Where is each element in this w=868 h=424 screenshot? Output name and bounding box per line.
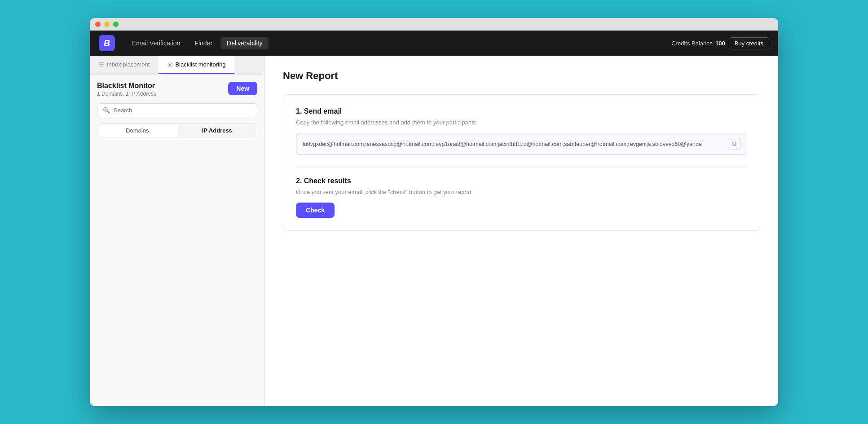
logo: B <box>99 35 115 51</box>
copy-icon: ⧉ <box>732 140 736 148</box>
app-window: B Email Verification Finder Deliverabili… <box>90 18 778 406</box>
tabs-row: Domains IP Address <box>97 124 257 137</box>
nav-email-verification[interactable]: Email Verification <box>126 37 186 49</box>
step2-title: 2. Check results <box>296 177 747 185</box>
subnav-blacklist-monitoring[interactable]: ◎ Blacklist monitoring <box>159 56 234 74</box>
new-button[interactable]: New <box>228 82 257 95</box>
search-icon: 🔍 <box>103 107 110 114</box>
subnav-blacklist-label: Blacklist monitoring <box>175 61 225 68</box>
report-card: 1. Send email Copy the following email a… <box>283 94 760 231</box>
divider <box>296 168 747 168</box>
email-addresses: lu0vgxdec@hotmail.com;janessasdcg@hotmai… <box>303 141 723 147</box>
tab-domains[interactable]: Domains <box>97 124 177 137</box>
nav-finder[interactable]: Finder <box>188 37 219 49</box>
navbar: B Email Verification Finder Deliverabili… <box>90 31 778 56</box>
sidebar-header-row: Blacklist Monitor 1 Domains, 1 IP Addres… <box>97 82 257 97</box>
check-button[interactable]: Check <box>296 203 335 218</box>
nav-deliverability[interactable]: Deliverability <box>220 37 269 49</box>
blacklist-icon: ◎ <box>167 61 172 68</box>
email-field-row: lu0vgxdec@hotmail.com;janessasdcg@hotmai… <box>296 133 747 155</box>
close-button[interactable] <box>95 22 101 27</box>
tab-ip-address[interactable]: IP Address <box>177 124 257 137</box>
logo-text: B <box>104 38 110 49</box>
sidebar-title-group: Blacklist Monitor 1 Domains, 1 IP Addres… <box>97 82 156 97</box>
credits-balance: Credits Balance 100 <box>671 40 725 47</box>
main-area: ☰ Inbox placement ◎ Blacklist monitoring… <box>90 56 778 406</box>
content-panel: New Report 1. Send email Copy the follow… <box>265 56 778 406</box>
subnav-inbox-label: Inbox placement <box>107 61 150 68</box>
inbox-icon: ☰ <box>99 61 104 68</box>
credits-count: 100 <box>715 40 725 47</box>
step1-title: 1. Send email <box>296 107 747 115</box>
sidebar: ☰ Inbox placement ◎ Blacklist monitoring… <box>90 56 265 406</box>
sidebar-title: Blacklist Monitor <box>97 82 156 90</box>
buy-credits-button[interactable]: Buy credits <box>729 37 769 49</box>
page-title: New Report <box>283 70 760 82</box>
nav-items: Email Verification Finder Deliverability <box>126 37 671 49</box>
sidebar-content: Blacklist Monitor 1 Domains, 1 IP Addres… <box>90 75 264 406</box>
sidebar-subnav: ☰ Inbox placement ◎ Blacklist monitoring <box>90 56 264 75</box>
sidebar-subtitle: 1 Domains, 1 IP Address <box>97 91 156 97</box>
title-bar <box>90 18 778 31</box>
credits-label: Credits Balance <box>671 40 713 47</box>
subnav-inbox-placement[interactable]: ☰ Inbox placement <box>90 56 159 74</box>
copy-button[interactable]: ⧉ <box>728 138 740 150</box>
step2-desc: Once you sent your email, click the "che… <box>296 189 747 195</box>
maximize-button[interactable] <box>113 22 119 27</box>
search-box: 🔍 <box>97 103 257 117</box>
search-input[interactable] <box>114 107 251 114</box>
step1-desc: Copy the following email addresses and a… <box>296 119 747 126</box>
minimize-button[interactable] <box>104 22 110 27</box>
nav-right: Credits Balance 100 Buy credits <box>671 37 769 49</box>
